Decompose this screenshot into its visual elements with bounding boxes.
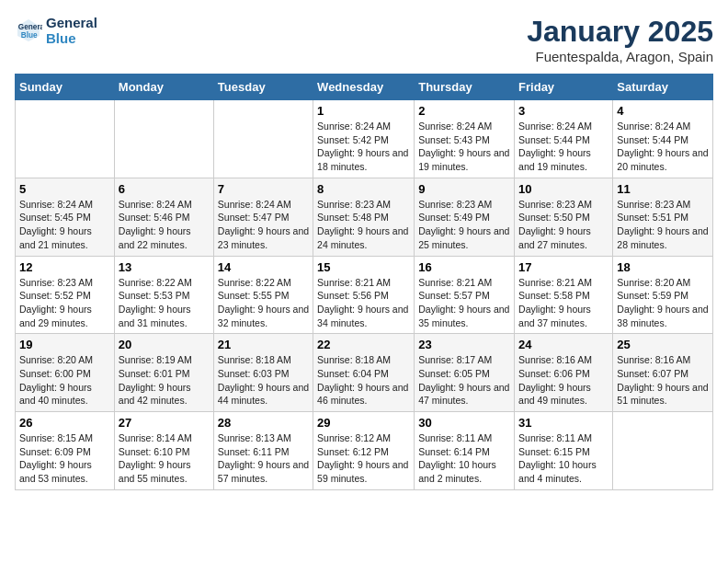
day-info: Sunrise: 8:12 AM Sunset: 6:12 PM Dayligh… — [317, 431, 410, 486]
calendar-week-row: 19Sunrise: 8:20 AM Sunset: 6:00 PM Dayli… — [16, 334, 713, 412]
weekday-header-tuesday: Tuesday — [213, 75, 313, 100]
day-info: Sunrise: 8:24 AM Sunset: 5:46 PM Dayligh… — [119, 198, 210, 252]
calendar-title: January 2025 — [527, 15, 713, 49]
day-number: 25 — [617, 338, 709, 351]
day-number: 29 — [317, 416, 410, 430]
calendar-cell: 24Sunrise: 8:16 AM Sunset: 6:06 PM Dayli… — [515, 334, 613, 412]
title-block: January 2025 Fuentespalda, Aragon, Spain — [527, 15, 713, 64]
calendar-body: 1Sunrise: 8:24 AM Sunset: 5:42 PM Daylig… — [16, 100, 713, 490]
calendar-cell: 3Sunrise: 8:24 AM Sunset: 5:44 PM Daylig… — [515, 100, 613, 178]
calendar-cell: 6Sunrise: 8:24 AM Sunset: 5:46 PM Daylig… — [114, 178, 213, 256]
calendar-cell: 22Sunrise: 8:18 AM Sunset: 6:04 PM Dayli… — [313, 334, 415, 412]
day-number: 12 — [19, 260, 110, 274]
day-info: Sunrise: 8:22 AM Sunset: 5:55 PM Dayligh… — [218, 276, 309, 330]
day-info: Sunrise: 8:11 AM Sunset: 6:15 PM Dayligh… — [518, 431, 609, 486]
calendar-subtitle: Fuentespalda, Aragon, Spain — [527, 49, 713, 64]
day-number: 4 — [617, 104, 709, 118]
day-number: 31 — [518, 416, 609, 430]
calendar-cell: 13Sunrise: 8:22 AM Sunset: 5:53 PM Dayli… — [114, 256, 213, 334]
calendar-week-row: 5Sunrise: 8:24 AM Sunset: 5:45 PM Daylig… — [16, 178, 713, 256]
calendar-table: SundayMondayTuesdayWednesdayThursdayFrid… — [15, 74, 713, 490]
calendar-cell: 23Sunrise: 8:17 AM Sunset: 6:05 PM Dayli… — [415, 334, 515, 412]
day-info: Sunrise: 8:22 AM Sunset: 5:53 PM Dayligh… — [119, 276, 210, 330]
weekday-header-wednesday: Wednesday — [313, 75, 415, 100]
calendar-cell: 16Sunrise: 8:21 AM Sunset: 5:57 PM Dayli… — [415, 256, 515, 334]
day-info: Sunrise: 8:23 AM Sunset: 5:51 PM Dayligh… — [617, 198, 709, 252]
day-info: Sunrise: 8:23 AM Sunset: 5:52 PM Dayligh… — [19, 276, 110, 330]
calendar-cell: 8Sunrise: 8:23 AM Sunset: 5:48 PM Daylig… — [313, 178, 415, 256]
calendar-cell — [16, 100, 115, 178]
day-number: 26 — [19, 416, 110, 430]
calendar-cell: 9Sunrise: 8:23 AM Sunset: 5:49 PM Daylig… — [415, 178, 515, 256]
day-info: Sunrise: 8:24 AM Sunset: 5:44 PM Dayligh… — [518, 120, 609, 174]
day-info: Sunrise: 8:21 AM Sunset: 5:57 PM Dayligh… — [418, 276, 510, 330]
weekday-header-row: SundayMondayTuesdayWednesdayThursdayFrid… — [16, 75, 713, 100]
day-info: Sunrise: 8:16 AM Sunset: 6:06 PM Dayligh… — [518, 353, 609, 408]
day-number: 28 — [218, 416, 309, 430]
calendar-cell: 18Sunrise: 8:20 AM Sunset: 5:59 PM Dayli… — [613, 256, 713, 334]
day-info: Sunrise: 8:19 AM Sunset: 6:01 PM Dayligh… — [119, 353, 210, 408]
page-header: General Blue General Blue January 2025 F… — [15, 15, 713, 64]
day-info: Sunrise: 8:24 AM Sunset: 5:42 PM Dayligh… — [317, 120, 410, 174]
logo-blue: Blue — [46, 30, 97, 46]
day-number: 6 — [119, 182, 210, 196]
calendar-cell: 15Sunrise: 8:21 AM Sunset: 5:56 PM Dayli… — [313, 256, 415, 334]
day-number: 1 — [317, 104, 410, 118]
day-info: Sunrise: 8:23 AM Sunset: 5:48 PM Dayligh… — [317, 198, 410, 252]
day-info: Sunrise: 8:14 AM Sunset: 6:10 PM Dayligh… — [119, 431, 210, 486]
calendar-cell: 14Sunrise: 8:22 AM Sunset: 5:55 PM Dayli… — [213, 256, 313, 334]
calendar-cell: 4Sunrise: 8:24 AM Sunset: 5:44 PM Daylig… — [613, 100, 713, 178]
calendar-cell: 2Sunrise: 8:24 AM Sunset: 5:43 PM Daylig… — [415, 100, 515, 178]
day-number: 30 — [418, 416, 510, 430]
calendar-cell — [114, 100, 213, 178]
weekday-header-sunday: Sunday — [16, 75, 115, 100]
logo-general: General — [46, 15, 97, 30]
calendar-cell: 7Sunrise: 8:24 AM Sunset: 5:47 PM Daylig… — [213, 178, 313, 256]
calendar-cell: 12Sunrise: 8:23 AM Sunset: 5:52 PM Dayli… — [16, 256, 115, 334]
calendar-cell: 20Sunrise: 8:19 AM Sunset: 6:01 PM Dayli… — [114, 334, 213, 412]
day-number: 27 — [119, 416, 210, 430]
day-info: Sunrise: 8:18 AM Sunset: 6:04 PM Dayligh… — [317, 353, 410, 408]
calendar-cell: 17Sunrise: 8:21 AM Sunset: 5:58 PM Dayli… — [515, 256, 613, 334]
calendar-cell: 26Sunrise: 8:15 AM Sunset: 6:09 PM Dayli… — [16, 412, 115, 490]
day-number: 21 — [218, 338, 309, 351]
day-number: 8 — [317, 182, 410, 196]
day-info: Sunrise: 8:13 AM Sunset: 6:11 PM Dayligh… — [218, 431, 309, 486]
calendar-cell: 21Sunrise: 8:18 AM Sunset: 6:03 PM Dayli… — [213, 334, 313, 412]
calendar-week-row: 1Sunrise: 8:24 AM Sunset: 5:42 PM Daylig… — [16, 100, 713, 178]
weekday-header-thursday: Thursday — [415, 75, 515, 100]
calendar-cell: 1Sunrise: 8:24 AM Sunset: 5:42 PM Daylig… — [313, 100, 415, 178]
day-info: Sunrise: 8:21 AM Sunset: 5:56 PM Dayligh… — [317, 276, 410, 330]
day-number: 17 — [518, 260, 609, 274]
calendar-cell: 5Sunrise: 8:24 AM Sunset: 5:45 PM Daylig… — [16, 178, 115, 256]
weekday-header-friday: Friday — [515, 75, 613, 100]
calendar-header: SundayMondayTuesdayWednesdayThursdayFrid… — [16, 75, 713, 100]
calendar-cell: 25Sunrise: 8:16 AM Sunset: 6:07 PM Dayli… — [613, 334, 713, 412]
day-number: 3 — [518, 104, 609, 118]
day-info: Sunrise: 8:15 AM Sunset: 6:09 PM Dayligh… — [19, 431, 110, 486]
day-info: Sunrise: 8:23 AM Sunset: 5:50 PM Dayligh… — [518, 198, 609, 252]
calendar-cell: 27Sunrise: 8:14 AM Sunset: 6:10 PM Dayli… — [114, 412, 213, 490]
calendar-cell: 31Sunrise: 8:11 AM Sunset: 6:15 PM Dayli… — [515, 412, 613, 490]
day-number: 7 — [218, 182, 309, 196]
calendar-cell: 30Sunrise: 8:11 AM Sunset: 6:14 PM Dayli… — [415, 412, 515, 490]
calendar-week-row: 26Sunrise: 8:15 AM Sunset: 6:09 PM Dayli… — [16, 412, 713, 490]
day-number: 13 — [119, 260, 210, 274]
weekday-header-monday: Monday — [114, 75, 213, 100]
logo: General Blue General Blue — [15, 15, 97, 47]
day-number: 18 — [617, 260, 709, 274]
day-info: Sunrise: 8:20 AM Sunset: 6:00 PM Dayligh… — [19, 353, 110, 408]
day-number: 22 — [317, 338, 410, 351]
day-info: Sunrise: 8:24 AM Sunset: 5:44 PM Dayligh… — [617, 120, 709, 174]
day-number: 2 — [418, 104, 510, 118]
day-info: Sunrise: 8:16 AM Sunset: 6:07 PM Dayligh… — [617, 353, 709, 408]
calendar-cell: 10Sunrise: 8:23 AM Sunset: 5:50 PM Dayli… — [515, 178, 613, 256]
day-number: 11 — [617, 182, 709, 196]
day-number: 19 — [19, 338, 110, 351]
svg-text:Blue: Blue — [21, 31, 38, 40]
day-info: Sunrise: 8:24 AM Sunset: 5:47 PM Dayligh… — [218, 198, 309, 252]
calendar-cell — [613, 412, 713, 490]
svg-text:General: General — [18, 23, 42, 31]
day-info: Sunrise: 8:23 AM Sunset: 5:49 PM Dayligh… — [418, 198, 510, 252]
day-number: 14 — [218, 260, 309, 274]
